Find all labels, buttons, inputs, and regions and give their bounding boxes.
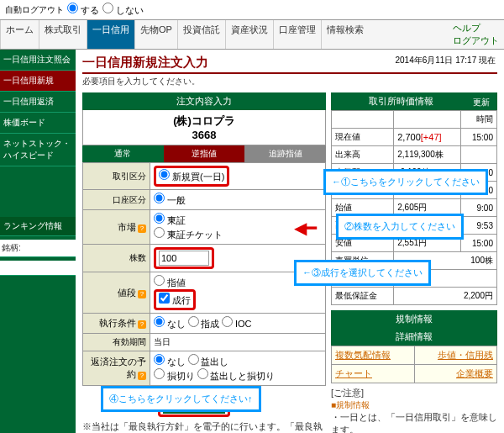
help-icon[interactable]: ?	[138, 290, 146, 298]
side-code-input[interactable]	[0, 261, 76, 276]
market-header: 取引所時価情報更新	[331, 92, 497, 110]
link-chart[interactable]: チャート	[335, 368, 372, 378]
nav-account[interactable]: 口座管理	[273, 20, 321, 49]
callout-2: ②株数を入力してください	[336, 214, 464, 240]
nav-home[interactable]: ホーム	[0, 20, 39, 49]
nav-futures[interactable]: 先物OP	[134, 20, 177, 49]
order-note: ※当社は「最良執行方針」を電子的に行います。「最良執行方針」の内容をご確認のうえ…	[82, 420, 326, 433]
nav-search[interactable]: 情報検索	[321, 20, 369, 49]
main-nav: ホーム 株式取引 一日信用 先物OP 投資信託 資産状況 口座管理 情報検索 ヘ…	[0, 20, 504, 50]
link-company[interactable]: 企業概要	[456, 368, 493, 378]
nav-stock[interactable]: 株式取引	[39, 20, 87, 49]
side-new-order[interactable]: 一日信用新規	[0, 71, 76, 92]
nav-day-margin[interactable]: 一日信用	[87, 20, 134, 49]
help-icon[interactable]: ?	[138, 224, 146, 233]
order-table: 取引区分 新規買(一日) 口座区分 一般 市場? 東証 東証チケット 株数 値段…	[82, 162, 326, 386]
stock-name: (株)コロプラ3668	[82, 110, 326, 145]
side-ranking[interactable]: ランキング情報	[0, 217, 76, 236]
reg-header: 規制情報	[331, 310, 497, 328]
quantity-input[interactable]	[159, 251, 209, 266]
callout-1: ←①こちらをクリックしてください	[323, 169, 488, 195]
help-link[interactable]: ヘルプログアウト	[448, 20, 504, 49]
order-header: 注文内容入力	[82, 92, 326, 110]
help-icon[interactable]: ?	[138, 320, 146, 329]
side-repay[interactable]: 一日信用返済	[0, 92, 76, 113]
side-board[interactable]: 株価ボード	[0, 113, 76, 134]
logout-do[interactable]: する	[67, 3, 99, 17]
repay-reserve[interactable]: なし 益出し 損切り 益出しと損切り	[150, 351, 326, 386]
update-button[interactable]: 更新	[468, 95, 495, 110]
nav-fund[interactable]: 投資信託	[177, 20, 225, 49]
logout-dont[interactable]: しない	[102, 3, 144, 17]
callout-4: ④こちらをクリックしてください↑	[101, 386, 261, 412]
tab-normal[interactable]: 通常	[82, 145, 164, 162]
detail-header: 詳細情報	[331, 328, 497, 346]
sidebar: 一日信用注文照会 一日信用新規 一日信用返済 株価ボード ネットストック・ハイス…	[0, 50, 76, 433]
tab-trail[interactable]: 追跡指値	[244, 145, 326, 162]
valid-period: 当日	[150, 334, 326, 351]
page-subtitle: 必要項目を入力してください。	[82, 76, 497, 87]
account-type[interactable]: 一般	[150, 190, 326, 210]
link-multi[interactable]: 複数気配情報	[335, 350, 391, 360]
callout-3: ←③成行を選択してください	[294, 260, 431, 286]
side-order-list[interactable]: 一日信用注文照会	[0, 50, 76, 71]
arrow-icon: ◀━	[294, 218, 317, 238]
exec-cond[interactable]: なし 指成 IOC	[150, 314, 326, 334]
link-margin[interactable]: 歩値・信用残	[438, 350, 493, 360]
trade-type[interactable]: 新規買(一日)	[154, 166, 229, 187]
gochui: [ご注意] ■規制情報 ・一日とは、「一日信用取引」を意味します。 ■プレミアム…	[331, 387, 497, 433]
nav-assets[interactable]: 資産状況	[225, 20, 273, 49]
side-code-label: 銘柄:	[0, 240, 76, 257]
timestamp: 2014年6月11日 17:17 現在	[395, 55, 496, 66]
tab-stop[interactable]: 逆指値	[164, 145, 245, 162]
auto-logout-label: 自動ログアウト	[5, 4, 64, 16]
side-netstock[interactable]: ネットストック・ハイスピード	[0, 134, 76, 166]
help-icon[interactable]: ?	[138, 372, 146, 380]
